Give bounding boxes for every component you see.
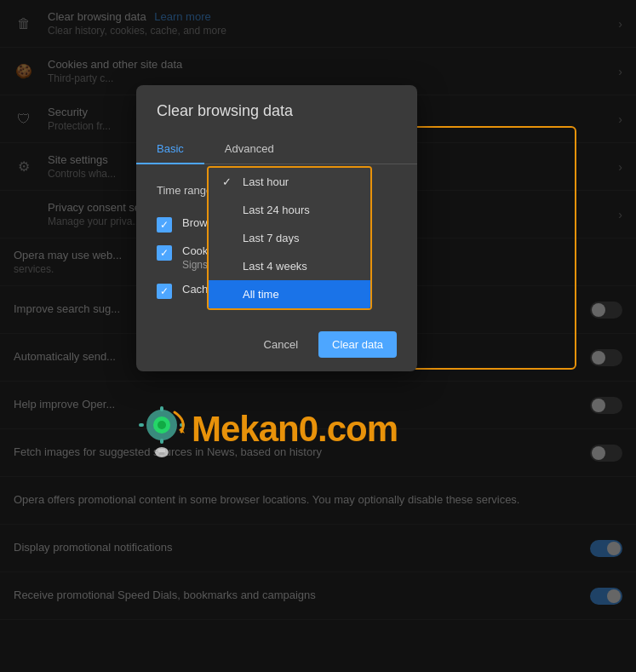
watermark-text: Mekan0.com	[192, 409, 398, 450]
dropdown-item-last-hour[interactable]: ✓ Last hour	[209, 168, 370, 196]
svg-point-2	[158, 421, 166, 429]
time-range-dropdown[interactable]: ✓ Last hour Last 24 hours Last 7 days La…	[207, 166, 372, 310]
time-range-label: Time range	[157, 184, 212, 197]
checkbox-icon: ✓	[157, 245, 172, 261]
checkbox-icon: ✓	[157, 284, 172, 299]
dropdown-item-label: Last 4 weeks	[243, 260, 307, 273]
dropdown-item-last-24h[interactable]: Last 24 hours	[209, 196, 370, 224]
dropdown-item-label: Last 7 days	[243, 232, 300, 244]
clear-data-button[interactable]: Clear data	[318, 331, 397, 358]
checkbox-icon: ✓	[157, 217, 172, 233]
dropdown-item-last-7d[interactable]: Last 7 days	[209, 224, 370, 252]
dropdown-item-label: All time	[243, 288, 279, 301]
tab-advanced[interactable]: Advanced	[204, 134, 295, 164]
dialog-title: Clear browsing data	[136, 85, 417, 134]
dropdown-item-label: Last hour	[243, 175, 289, 188]
svg-rect-4	[160, 439, 163, 444]
watermark-logo-svg	[132, 399, 192, 459]
check-icon: ✓	[222, 175, 236, 188]
dialog-footer: Cancel Clear data	[136, 325, 417, 358]
svg-rect-9	[158, 449, 165, 452]
dropdown-item-last-4w[interactable]: Last 4 weeks	[209, 252, 370, 280]
svg-rect-5	[139, 423, 144, 427]
dropdown-item-label: Last 24 hours	[243, 204, 310, 216]
watermark: Mekan0.com	[132, 399, 398, 459]
svg-rect-3	[160, 406, 163, 411]
tab-basic[interactable]: Basic	[136, 134, 204, 164]
dropdown-menu: ✓ Last hour Last 24 hours Last 7 days La…	[209, 168, 370, 308]
dropdown-item-all-time[interactable]: All time	[209, 280, 370, 308]
svg-rect-10	[159, 452, 164, 455]
dialog-tabs: Basic Advanced	[136, 134, 417, 164]
cancel-button[interactable]: Cancel	[250, 331, 312, 358]
